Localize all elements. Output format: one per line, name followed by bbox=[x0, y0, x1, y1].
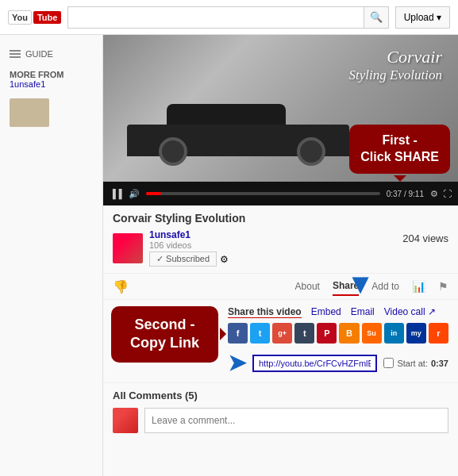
arrow-to-share: ▼ bbox=[346, 270, 375, 298]
social-stumbleupon[interactable]: Su bbox=[362, 323, 382, 344]
start-at-value: 0:37 bbox=[431, 359, 448, 368]
start-at-checkbox[interactable] bbox=[383, 358, 394, 368]
share-sub-tab-embed[interactable]: Embed bbox=[311, 306, 341, 318]
share-sub-tabs: Share this video Embed Email Video call … bbox=[228, 306, 448, 318]
guide-label: GUIDE bbox=[25, 49, 53, 59]
video-overlay-line2: Styling Evolution bbox=[348, 67, 442, 83]
channel-videos: 106 videos bbox=[149, 240, 396, 250]
share-sub-tab-videocall[interactable]: Video call ↗ bbox=[384, 306, 436, 318]
channel-name[interactable]: 1unsafe1 bbox=[149, 229, 396, 240]
sidebar-item-guide[interactable]: GUIDE bbox=[0, 44, 102, 63]
tooltip-first: First -Click SHARE bbox=[349, 125, 450, 174]
more-from-label: MORE FROM bbox=[10, 70, 93, 79]
car-wheel-right bbox=[297, 137, 325, 166]
settings-icon[interactable]: ⚙ bbox=[220, 254, 229, 265]
start-at-label: Start at: bbox=[397, 359, 428, 368]
comments-section: All Comments (5) bbox=[103, 383, 458, 440]
upload-button[interactable]: Upload ▾ bbox=[395, 6, 450, 29]
logo: YouTube bbox=[8, 10, 61, 25]
flag-icon[interactable]: ⚑ bbox=[438, 280, 448, 293]
sidebar-channel-thumb bbox=[10, 98, 49, 127]
commenter-avatar bbox=[113, 408, 138, 433]
thumbs-down-icon[interactable]: 👎 bbox=[113, 279, 129, 294]
logo-you: You bbox=[8, 10, 32, 25]
time-display: 0:37 / 9:11 bbox=[387, 190, 424, 198]
tooltip-second: Second -Copy Link bbox=[111, 306, 218, 363]
search-button[interactable]: 🔍 bbox=[364, 6, 388, 29]
video-controls: ▐▐ 🔊 0:37 / 9:11 ⚙ ⛶ bbox=[103, 182, 458, 205]
channel-info: 1unsafe1 106 videos ✓ Subscribed ⚙ bbox=[149, 229, 396, 267]
comments-header: All Comments (5) bbox=[113, 390, 448, 401]
volume-button[interactable]: 🔊 bbox=[129, 189, 140, 199]
social-linkedin[interactable]: in bbox=[384, 323, 404, 344]
comment-input[interactable] bbox=[144, 408, 448, 433]
social-facebook[interactable]: f bbox=[228, 323, 248, 344]
video-meta: Corvair Styling Evolution 1unsafe1 106 v… bbox=[103, 205, 458, 274]
sidebar: GUIDE MORE FROM 1unsafe1 bbox=[0, 35, 103, 476]
social-twitter[interactable]: t bbox=[250, 323, 270, 344]
url-row: ➤ Start at: 0:37 bbox=[228, 350, 448, 376]
fullscreen-button[interactable]: ⛶ bbox=[443, 189, 452, 198]
social-tumblr[interactable]: t bbox=[294, 323, 314, 344]
comment-input-row bbox=[113, 408, 448, 433]
social-icons: f t g+ t P B Su in my r bbox=[228, 323, 448, 344]
progress-fill bbox=[146, 192, 162, 195]
settings-button[interactable]: ⚙ bbox=[430, 189, 438, 199]
arrow-right-icon: ➤ bbox=[228, 350, 246, 376]
share-sub-tab-share[interactable]: Share this video bbox=[228, 306, 302, 318]
views-count: 204 views bbox=[402, 229, 448, 244]
video-player[interactable]: Corvair Styling Evolution First -Click S… bbox=[103, 35, 458, 205]
search-input[interactable] bbox=[67, 6, 364, 29]
subscribed-button[interactable]: ✓ Subscribed bbox=[149, 251, 217, 267]
share-content: Share this video Embed Email Video call … bbox=[228, 306, 448, 376]
logo-tube: Tube bbox=[33, 11, 61, 24]
social-myspace[interactable]: my bbox=[406, 323, 426, 344]
tab-add-to[interactable]: Add to bbox=[371, 278, 399, 295]
content-inner: Corvair Styling Evolution First -Click S… bbox=[103, 35, 458, 440]
start-at-row: Start at: 0:37 bbox=[383, 358, 448, 368]
main-layout: GUIDE MORE FROM 1unsafe1 Corvair bbox=[0, 35, 458, 476]
video-title: Corvair Styling Evolution bbox=[113, 212, 448, 225]
header: YouTube 🔍 Upload ▾ bbox=[0, 0, 458, 35]
channel-thumb bbox=[113, 233, 143, 263]
subscribed-row: ✓ Subscribed ⚙ bbox=[149, 251, 396, 267]
content-area: Corvair Styling Evolution First -Click S… bbox=[103, 35, 458, 476]
video-overlay-line1: Corvair bbox=[348, 47, 442, 67]
search-bar: 🔍 bbox=[67, 6, 388, 29]
play-button[interactable]: ▐▐ bbox=[110, 189, 122, 198]
social-blogger[interactable]: B bbox=[339, 323, 359, 344]
time-total: 9:11 bbox=[409, 190, 424, 198]
guide-icon bbox=[10, 50, 21, 58]
sidebar-channel-name[interactable]: 1unsafe1 bbox=[10, 79, 93, 89]
social-google-plus[interactable]: g+ bbox=[272, 323, 292, 344]
upload-label: Upload ▾ bbox=[404, 12, 441, 23]
share-url-input[interactable] bbox=[252, 355, 377, 372]
share-tabs: 👎 About Share Add to 📊 ⚑ bbox=[103, 274, 458, 300]
search-icon: 🔍 bbox=[370, 11, 383, 23]
car-silhouette bbox=[127, 110, 349, 166]
ctrl-right: ⚙ ⛶ bbox=[430, 189, 452, 199]
tab-about[interactable]: About bbox=[295, 278, 320, 295]
progress-bar[interactable] bbox=[146, 192, 380, 195]
share-sub-tab-email[interactable]: Email bbox=[351, 306, 375, 318]
video-overlay-title: Corvair Styling Evolution bbox=[348, 47, 442, 84]
subscribed-label: ✓ Subscribed bbox=[156, 254, 210, 263]
share-tabs-area: ▼ 👎 About Share Add to 📊 ⚑ bbox=[103, 274, 458, 300]
channel-row: 1unsafe1 106 videos ✓ Subscribed ⚙ 204 v… bbox=[113, 229, 448, 267]
sidebar-more-from: MORE FROM 1unsafe1 bbox=[0, 63, 102, 95]
social-pinterest[interactable]: P bbox=[317, 323, 337, 344]
car-wheel-left bbox=[159, 137, 187, 166]
bar-icon[interactable]: 📊 bbox=[412, 280, 425, 293]
time-current: 0:37 bbox=[387, 190, 402, 198]
social-reddit[interactable]: r bbox=[429, 323, 448, 344]
share-links: Second -Copy Link Share this video Embed… bbox=[103, 300, 458, 383]
